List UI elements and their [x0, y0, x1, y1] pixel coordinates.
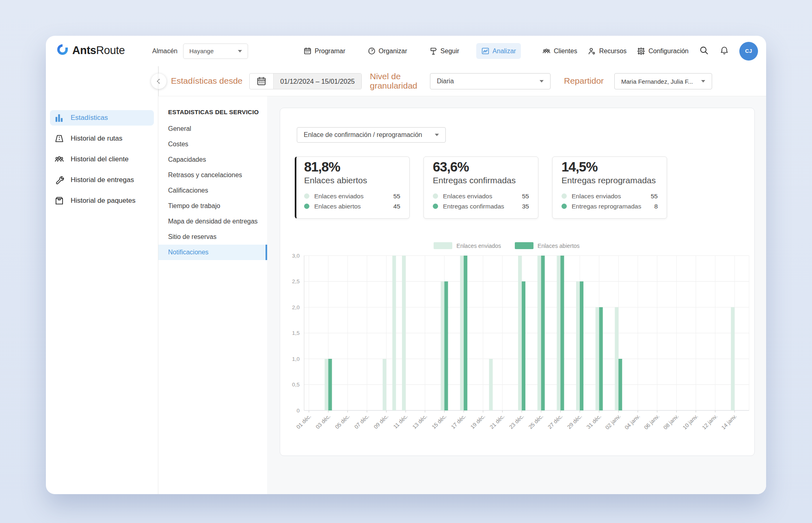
nav-item-label: Clientes	[554, 48, 577, 55]
primary-nav: ProgramarOrganizarSeguirAnalizar	[298, 36, 521, 66]
nav-item-configuracin[interactable]: Configuración	[637, 47, 689, 56]
nav-item-programar[interactable]: Programar	[298, 43, 350, 59]
resources-icon	[587, 47, 596, 56]
date-range-field[interactable]: 01/12/2024 – 15/01/2025	[249, 73, 362, 89]
stat-detail-row: Enlaces enviados55	[433, 191, 529, 201]
notifications-button[interactable]	[719, 46, 729, 56]
stat-detail-label: Enlaces enviados	[314, 193, 364, 200]
date-range-value: 01/12/2024 – 15/01/2025	[274, 74, 361, 89]
stat-detail-row: Enlaces enviados55	[561, 191, 658, 201]
sidebar-item-label: Historial de entregas	[71, 176, 134, 184]
warehouse-label: Almacén	[152, 48, 177, 55]
warehouse-select[interactable]: Hayange	[183, 43, 248, 59]
stat-title: Entregas reprogramadas	[561, 176, 658, 185]
menu-item-label: Costes	[168, 141, 188, 148]
menu-item-tiempo-de-trabajo[interactable]: Tiempo de trabajo	[158, 198, 267, 214]
nav-item-label: Seguir	[441, 48, 459, 55]
nav-item-label: Recursos	[599, 48, 627, 55]
menu-item-capacidades[interactable]: Capacidades	[158, 152, 267, 167]
speedometer-icon	[367, 47, 376, 55]
nav-item-label: Configuración	[648, 48, 689, 55]
series-dot-icon	[433, 204, 438, 209]
nav-item-analizar[interactable]: Analizar	[476, 43, 521, 59]
granularity-label: Nivel de granularidad	[370, 72, 427, 90]
svg-text:27 déc.: 27 déc.	[547, 413, 564, 430]
svg-text:17 déc.: 17 déc.	[450, 413, 467, 430]
sidebar-item-historial-de-entregas[interactable]: Historial de entregas	[50, 172, 154, 188]
menu-item-retrasos-y-cancelaciones[interactable]: Retrasos y cancelaciones	[158, 167, 267, 183]
stat-cards-row: 81,8%Enlaces abiertosEnlaces enviados55E…	[295, 156, 667, 219]
svg-text:09 déc.: 09 déc.	[373, 413, 390, 430]
svg-text:15 déc.: 15 déc.	[431, 413, 448, 430]
svg-text:0: 0	[296, 408, 300, 414]
metric-select[interactable]: Enlace de confirmación / reprogramación	[297, 127, 446, 143]
menu-item-label: Tiempo de trabajo	[168, 202, 220, 210]
menu-item-label: Notificaciones	[168, 249, 209, 256]
svg-text:21 déc.: 21 déc.	[489, 413, 506, 430]
calendar-icon	[303, 47, 312, 55]
top-navigation-bar: AntsRoute Almacén Hayange ProgramarOrgan…	[46, 36, 766, 66]
stat-detail-value: 35	[522, 203, 529, 210]
analyze-chart-icon	[481, 47, 490, 55]
svg-text:2,5: 2,5	[292, 278, 300, 284]
stat-detail-value: 55	[522, 193, 529, 200]
menu-item-sitio-de-reservas[interactable]: Sitio de reservas	[158, 229, 267, 245]
stat-detail-value: 55	[393, 193, 400, 200]
svg-text:06 janv.: 06 janv.	[643, 413, 660, 431]
stats-from-label: Estadísticas desde	[171, 76, 242, 85]
brand-logo: AntsRoute	[56, 43, 125, 58]
svg-text:14 janv.: 14 janv.	[720, 413, 738, 431]
chevron-down-icon	[238, 50, 242, 52]
svg-text:08 janv.: 08 janv.	[662, 413, 680, 431]
stat-percentage: 14,5%	[561, 159, 658, 175]
service-stats-menu: ESTADISTICAS DEL SERVICIO GeneralCostesC…	[158, 96, 267, 494]
sidebar-item-estad-sticas[interactable]: Estadísticas	[50, 110, 154, 126]
courier-label: Repartidor	[564, 76, 604, 85]
stat-detail-label: Enlaces enviados	[572, 193, 621, 200]
stat-detail-label: Entregas confirmadas	[443, 203, 504, 210]
user-avatar[interactable]: CJ	[739, 42, 758, 61]
nav-item-seguir[interactable]: Seguir	[424, 43, 464, 59]
menu-item-calificaciones[interactable]: Calificaciones	[158, 183, 267, 198]
granularity-select[interactable]: Diaria	[430, 73, 551, 89]
menu-item-label: Sitio de reservas	[168, 233, 216, 241]
svg-text:0,5: 0,5	[292, 382, 300, 388]
service-stats-title: ESTADISTICAS DEL SERVICIO	[158, 96, 267, 121]
nav-item-label: Analizar	[492, 48, 516, 55]
app-window: AntsRoute Almacén Hayange ProgramarOrgan…	[46, 36, 766, 494]
clients-icon	[542, 47, 551, 56]
menu-item-notificaciones[interactable]: Notificaciones	[158, 245, 267, 260]
svg-text:2,0: 2,0	[292, 304, 300, 310]
wrench-icon	[54, 175, 65, 185]
nav-item-clientes[interactable]: Clientes	[542, 47, 577, 56]
nav-item-recursos[interactable]: Recursos	[587, 47, 627, 56]
main-content: Enlace de confirmación / reprogramación …	[267, 96, 766, 494]
series-dot-icon	[433, 193, 438, 199]
menu-item-mapa-de-densidad-de-entregas[interactable]: Mapa de densidad de entregas	[158, 214, 267, 229]
svg-text:13 déc.: 13 déc.	[411, 413, 428, 430]
sidebar-item-historial-de-rutas[interactable]: Historial de rutas	[50, 131, 154, 146]
sidebar-item-historial-de-paquetes[interactable]: Historial de paquetes	[50, 193, 154, 208]
sidebar-item-historial-del-cliente[interactable]: Historial del cliente	[50, 152, 154, 167]
menu-item-label: General	[168, 125, 191, 132]
courier-select[interactable]: Maria Fernandez, Julia F...	[614, 73, 712, 89]
stat-title: Entregas confirmadas	[433, 176, 529, 185]
sidebar-item-label: Estadísticas	[71, 114, 108, 122]
stat-card-entregas-reprogramadas: 14,5%Entregas reprogramadasEnlaces envia…	[552, 156, 667, 219]
stat-detail-value: 45	[393, 203, 400, 210]
svg-text:31 déc.: 31 déc.	[585, 413, 603, 430]
nav-item-organizar[interactable]: Organizar	[363, 43, 412, 59]
svg-text:29 déc.: 29 déc.	[566, 413, 583, 430]
menu-item-label: Capacidades	[168, 156, 206, 163]
menu-item-general[interactable]: General	[158, 121, 267, 137]
stat-card-enlaces-abiertos: 81,8%Enlaces abiertosEnlaces enviados55E…	[295, 156, 410, 219]
stat-detail-label: Enlaces abiertos	[314, 203, 361, 210]
chevron-down-icon	[701, 80, 705, 82]
stat-detail-value: 8	[654, 203, 658, 210]
stat-detail-row: Enlaces enviados55	[304, 191, 400, 201]
svg-text:1,0: 1,0	[292, 356, 300, 362]
chevron-down-icon	[540, 80, 544, 82]
stat-detail-row: Entregas confirmadas35	[433, 201, 529, 211]
search-button[interactable]	[699, 45, 709, 57]
menu-item-costes[interactable]: Costes	[158, 137, 267, 152]
